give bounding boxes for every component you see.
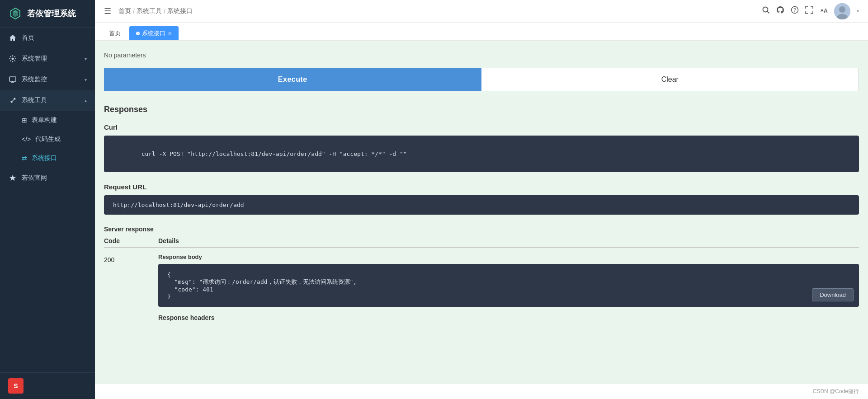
response-table-header: Code Details: [104, 237, 859, 248]
svg-text:A: A: [824, 8, 828, 14]
sidebar-subitem-code-gen[interactable]: </> 代码生成: [0, 130, 95, 149]
response-body-value: { "msg": "请求访问：/order/add，认证失败，无法访问系统资源"…: [167, 271, 357, 300]
breadcrumb-home[interactable]: 首页: [118, 7, 131, 15]
response-body-code: { "msg": "请求访问：/order/add，认证失败，无法访问系统资源"…: [158, 264, 859, 307]
tab-api-label: 系统接口: [142, 29, 165, 38]
breadcrumb-sep-1: /: [133, 8, 135, 15]
table-icon: ⊞: [22, 117, 27, 124]
github-icon[interactable]: [776, 6, 784, 16]
topbar-left: ☰ 首页 / 系统工具 / 系统接口: [104, 6, 762, 16]
avatar[interactable]: [834, 3, 850, 19]
monitor-icon: [8, 75, 17, 84]
clear-button[interactable]: Clear: [481, 68, 859, 91]
download-button[interactable]: Download: [812, 288, 854, 301]
col-details-header: Details: [158, 237, 179, 244]
content-inner: No parameters Execute Clear Responses Cu…: [95, 41, 868, 384]
sidebar-logo: 若依管理系统: [0, 0, 95, 28]
footer-text: CSDN @Code健行: [813, 388, 859, 394]
code-icon: </>: [22, 136, 31, 143]
tab-home[interactable]: 首页: [102, 26, 127, 40]
tab-home-label: 首页: [109, 29, 121, 38]
sidebar-item-home[interactable]: 首页: [0, 28, 95, 48]
sidebar-subitem-form-builder[interactable]: ⊞ 表单构建: [0, 111, 95, 130]
response-code-value: 200: [104, 253, 158, 263]
response-headers-title: Response headers: [158, 314, 859, 321]
svg-point-0: [12, 58, 14, 60]
sidebar-item-manage-label: 系统管理: [22, 55, 47, 63]
response-row: 200 Response body { "msg": "请求访问：/order/…: [104, 253, 859, 321]
request-url-value: http://localhost:81/dev-api/order/add: [113, 202, 244, 208]
sidebar-item-system-monitor[interactable]: 系统监控 ▾: [0, 69, 95, 90]
sidebar-subitem-form-label: 表单构建: [32, 116, 57, 124]
execute-button[interactable]: Execute: [104, 68, 481, 91]
hamburger-button[interactable]: ☰: [104, 6, 111, 16]
responses-title: Responses: [104, 105, 859, 114]
sidebar: 若依管理系统 首页 系统管理 ▾: [0, 0, 95, 399]
no-params-text: No parameters: [104, 48, 859, 68]
breadcrumb-api[interactable]: 系统接口: [167, 7, 193, 15]
sidebar-item-system-tools[interactable]: 系统工具 ▴: [0, 90, 95, 111]
footer: CSDN @Code健行: [95, 384, 868, 399]
breadcrumb-tools[interactable]: 系统工具: [137, 7, 162, 15]
settings-icon: [8, 54, 17, 63]
bottom-logo: S: [8, 378, 24, 394]
sidebar-item-monitor-label: 系统监控: [22, 75, 47, 84]
breadcrumb: 首页 / 系统工具 / 系统接口: [118, 7, 193, 15]
question-icon[interactable]: ?: [791, 6, 799, 16]
curl-label: Curl: [104, 123, 859, 131]
curl-value: curl -X POST "http://localhost:81/dev-ap…: [142, 150, 407, 157]
tab-dot: [136, 32, 140, 35]
tool-icon: [8, 96, 17, 105]
breadcrumb-sep-2: /: [164, 8, 165, 15]
svg-text:A: A: [821, 8, 824, 13]
sidebar-bottom: S: [0, 372, 95, 399]
content-area: No parameters Execute Clear Responses Cu…: [95, 41, 868, 384]
sidebar-menu: 首页 系统管理 ▾ 系统监控 ▾: [0, 28, 95, 372]
app-title: 若依管理系统: [27, 8, 76, 19]
response-body-label: Response body: [158, 253, 859, 260]
search-icon[interactable]: [762, 6, 770, 16]
svg-point-8: [839, 6, 845, 13]
chevron-down-icon-2: ▾: [85, 77, 87, 82]
fontsize-icon[interactable]: A A: [820, 6, 828, 16]
tabs-bar: 首页 系统接口 ✕: [95, 23, 868, 41]
main-area: ☰ 首页 / 系统工具 / 系统接口: [95, 0, 868, 399]
sidebar-subitem-codegen-label: 代码生成: [35, 135, 61, 143]
api-icon: ⇄: [22, 155, 27, 162]
tab-close-icon[interactable]: ✕: [168, 31, 172, 37]
response-details: Response body { "msg": "请求访问：/order/add，…: [158, 253, 859, 321]
sidebar-subitem-system-api[interactable]: ⇄ 系统接口: [0, 149, 95, 168]
sidebar-item-home-label: 首页: [22, 34, 34, 42]
sidebar-subitem-api-label: 系统接口: [32, 154, 57, 162]
server-response-title: Server response: [104, 225, 859, 233]
topbar: ☰ 首页 / 系统工具 / 系统接口: [95, 0, 868, 23]
fullscreen-icon[interactable]: [805, 6, 813, 16]
request-url-block: http://localhost:81/dev-api/order/add: [104, 195, 859, 215]
svg-point-2: [763, 7, 768, 12]
chevron-down-avatar-icon[interactable]: ▾: [857, 9, 859, 14]
sidebar-item-system-manage[interactable]: 系统管理 ▾: [0, 48, 95, 69]
sidebar-item-website-label: 若依官网: [22, 174, 47, 182]
svg-rect-1: [9, 77, 16, 81]
chevron-up-icon: ▴: [85, 98, 87, 103]
topbar-right: ? A A ▾: [762, 3, 859, 19]
request-url-label: Request URL: [104, 183, 859, 191]
chevron-down-icon: ▾: [85, 56, 87, 61]
svg-text:?: ?: [793, 8, 796, 13]
action-buttons: Execute Clear: [104, 68, 859, 91]
tab-api[interactable]: 系统接口 ✕: [129, 26, 179, 40]
home-icon: [8, 33, 17, 42]
logo-icon: [8, 6, 23, 21]
navigation-icon: [8, 174, 17, 183]
col-code-header: Code: [104, 237, 158, 244]
curl-block: curl -X POST "http://localhost:81/dev-ap…: [104, 136, 859, 172]
sidebar-item-tools-label: 系统工具: [22, 96, 47, 104]
sidebar-item-website[interactable]: 若依官网: [0, 168, 95, 188]
